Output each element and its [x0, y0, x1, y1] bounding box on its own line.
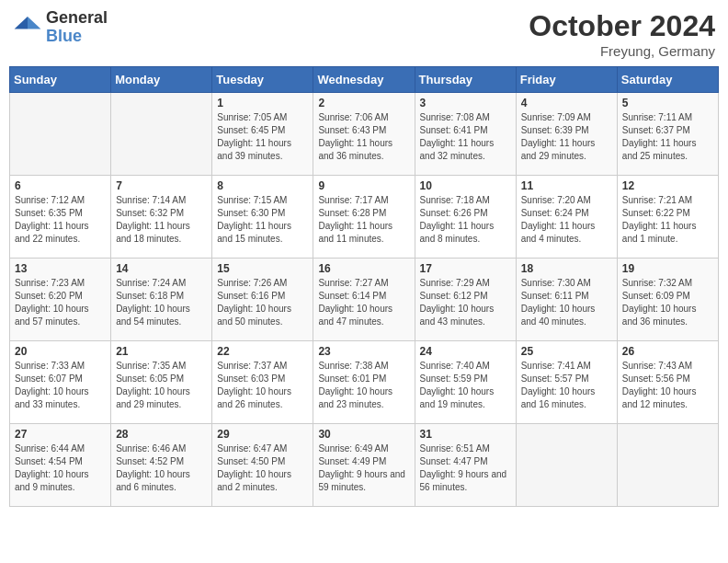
day-info: Sunrise: 7:41 AMSunset: 5:57 PMDaylight:…	[521, 360, 612, 411]
table-row: 15Sunrise: 7:26 AMSunset: 6:16 PMDayligh…	[212, 259, 313, 341]
day-number: 15	[217, 262, 308, 275]
table-row: 3Sunrise: 7:08 AMSunset: 6:41 PMDaylight…	[415, 93, 516, 176]
table-row: 25Sunrise: 7:41 AMSunset: 5:57 PMDayligh…	[516, 341, 617, 424]
table-row: 28Sunrise: 6:46 AMSunset: 4:52 PMDayligh…	[111, 424, 212, 507]
day-info: Sunrise: 7:09 AMSunset: 6:39 PMDaylight:…	[521, 111, 612, 163]
month-year-title: October 2024	[529, 9, 715, 43]
table-row: 31Sunrise: 6:51 AMSunset: 4:47 PMDayligh…	[415, 424, 516, 507]
table-row: 11Sunrise: 7:20 AMSunset: 6:24 PMDayligh…	[516, 176, 617, 259]
day-number: 18	[521, 262, 612, 275]
table-row: 19Sunrise: 7:32 AMSunset: 6:09 PMDayligh…	[617, 259, 718, 341]
day-number: 12	[622, 179, 713, 192]
day-info: Sunrise: 7:11 AMSunset: 6:37 PMDaylight:…	[622, 111, 713, 163]
day-number: 25	[521, 345, 612, 358]
day-number: 27	[15, 428, 106, 441]
day-info: Sunrise: 7:08 AMSunset: 6:41 PMDaylight:…	[420, 111, 511, 163]
table-row: 29Sunrise: 6:47 AMSunset: 4:50 PMDayligh…	[212, 424, 313, 507]
day-number: 29	[217, 428, 308, 441]
table-row: 4Sunrise: 7:09 AMSunset: 6:39 PMDaylight…	[516, 93, 617, 176]
day-number: 10	[420, 179, 511, 192]
col-thursday: Thursday	[415, 67, 516, 93]
day-info: Sunrise: 7:37 AMSunset: 6:03 PMDaylight:…	[217, 360, 308, 411]
day-number: 9	[318, 179, 409, 192]
logo: General Blue	[13, 9, 108, 46]
day-number: 1	[217, 97, 308, 109]
day-number: 24	[420, 345, 511, 358]
day-number: 5	[622, 97, 713, 109]
day-number: 13	[15, 262, 106, 275]
table-row: 2Sunrise: 7:06 AMSunset: 6:43 PMDaylight…	[313, 93, 415, 176]
table-row: 6Sunrise: 7:12 AMSunset: 6:35 PMDaylight…	[10, 176, 111, 259]
day-number: 31	[420, 428, 511, 441]
day-number: 6	[15, 179, 106, 192]
day-info: Sunrise: 7:14 AMSunset: 6:32 PMDaylight:…	[116, 194, 207, 246]
day-info: Sunrise: 7:17 AMSunset: 6:28 PMDaylight:…	[318, 194, 409, 246]
day-number: 20	[15, 345, 106, 358]
day-info: Sunrise: 6:46 AMSunset: 4:52 PMDaylight:…	[116, 442, 207, 494]
table-row: 30Sunrise: 6:49 AMSunset: 4:49 PMDayligh…	[313, 424, 415, 507]
day-info: Sunrise: 7:12 AMSunset: 6:35 PMDaylight:…	[15, 194, 106, 246]
day-info: Sunrise: 6:44 AMSunset: 4:54 PMDaylight:…	[15, 442, 106, 494]
day-info: Sunrise: 7:06 AMSunset: 6:43 PMDaylight:…	[318, 111, 409, 163]
day-number: 4	[521, 97, 612, 109]
table-row: 20Sunrise: 7:33 AMSunset: 6:07 PMDayligh…	[10, 341, 111, 424]
col-wednesday: Wednesday	[313, 67, 415, 93]
day-info: Sunrise: 7:33 AMSunset: 6:07 PMDaylight:…	[15, 360, 106, 411]
day-info: Sunrise: 7:38 AMSunset: 6:01 PMDaylight:…	[318, 360, 409, 411]
svg-marker-0	[28, 17, 40, 29]
day-info: Sunrise: 7:40 AMSunset: 5:59 PMDaylight:…	[420, 360, 511, 411]
day-info: Sunrise: 7:21 AMSunset: 6:22 PMDaylight:…	[622, 194, 713, 246]
table-row: 16Sunrise: 7:27 AMSunset: 6:14 PMDayligh…	[313, 259, 415, 341]
table-row: 9Sunrise: 7:17 AMSunset: 6:28 PMDaylight…	[313, 176, 415, 259]
svg-marker-1	[15, 17, 28, 29]
day-number: 26	[622, 345, 713, 358]
col-monday: Monday	[111, 67, 212, 93]
table-row: 21Sunrise: 7:35 AMSunset: 6:05 PMDayligh…	[111, 341, 212, 424]
day-info: Sunrise: 7:35 AMSunset: 6:05 PMDaylight:…	[116, 360, 207, 411]
calendar-week-row: 27Sunrise: 6:44 AMSunset: 4:54 PMDayligh…	[10, 424, 719, 507]
table-row: 17Sunrise: 7:29 AMSunset: 6:12 PMDayligh…	[415, 259, 516, 341]
day-info: Sunrise: 7:18 AMSunset: 6:26 PMDaylight:…	[420, 194, 511, 246]
calendar-week-row: 13Sunrise: 7:23 AMSunset: 6:20 PMDayligh…	[10, 259, 719, 341]
day-info: Sunrise: 6:49 AMSunset: 4:49 PMDaylight:…	[318, 442, 409, 494]
table-row: 1Sunrise: 7:05 AMSunset: 6:45 PMDaylight…	[212, 93, 313, 176]
table-row: 10Sunrise: 7:18 AMSunset: 6:26 PMDayligh…	[415, 176, 516, 259]
calendar-header-row: Sunday Monday Tuesday Wednesday Thursday…	[10, 67, 719, 93]
day-number: 17	[420, 262, 511, 275]
day-info: Sunrise: 6:47 AMSunset: 4:50 PMDaylight:…	[217, 442, 308, 494]
day-number: 14	[116, 262, 207, 275]
logo-icon	[13, 13, 42, 42]
day-info: Sunrise: 7:30 AMSunset: 6:11 PMDaylight:…	[521, 277, 612, 328]
table-row	[111, 93, 212, 176]
location-label: Freyung, Germany	[529, 43, 715, 59]
day-info: Sunrise: 7:20 AMSunset: 6:24 PMDaylight:…	[521, 194, 612, 246]
day-info: Sunrise: 7:05 AMSunset: 6:45 PMDaylight:…	[217, 111, 308, 163]
table-row: 24Sunrise: 7:40 AMSunset: 5:59 PMDayligh…	[415, 341, 516, 424]
table-row: 23Sunrise: 7:38 AMSunset: 6:01 PMDayligh…	[313, 341, 415, 424]
table-row: 27Sunrise: 6:44 AMSunset: 4:54 PMDayligh…	[10, 424, 111, 507]
col-friday: Friday	[516, 67, 617, 93]
day-info: Sunrise: 7:29 AMSunset: 6:12 PMDaylight:…	[420, 277, 511, 328]
col-sunday: Sunday	[10, 67, 111, 93]
day-number: 21	[116, 345, 207, 358]
day-info: Sunrise: 7:24 AMSunset: 6:18 PMDaylight:…	[116, 277, 207, 328]
day-info: Sunrise: 7:32 AMSunset: 6:09 PMDaylight:…	[622, 277, 713, 328]
day-info: Sunrise: 6:51 AMSunset: 4:47 PMDaylight:…	[420, 442, 511, 494]
day-number: 22	[217, 345, 308, 358]
table-row: 22Sunrise: 7:37 AMSunset: 6:03 PMDayligh…	[212, 341, 313, 424]
table-row: 5Sunrise: 7:11 AMSunset: 6:37 PMDaylight…	[617, 93, 718, 176]
day-info: Sunrise: 7:15 AMSunset: 6:30 PMDaylight:…	[217, 194, 308, 246]
day-info: Sunrise: 7:23 AMSunset: 6:20 PMDaylight:…	[15, 277, 106, 328]
calendar-week-row: 1Sunrise: 7:05 AMSunset: 6:45 PMDaylight…	[10, 93, 719, 176]
logo-text: General Blue	[46, 9, 108, 46]
table-row: 14Sunrise: 7:24 AMSunset: 6:18 PMDayligh…	[111, 259, 212, 341]
logo-general: General	[46, 9, 108, 28]
day-number: 19	[622, 262, 713, 275]
logo-blue: Blue	[46, 28, 108, 46]
day-number: 11	[521, 179, 612, 192]
day-number: 7	[116, 179, 207, 192]
calendar-table: Sunday Monday Tuesday Wednesday Thursday…	[9, 66, 719, 507]
calendar-week-row: 6Sunrise: 7:12 AMSunset: 6:35 PMDaylight…	[10, 176, 719, 259]
table-row	[516, 424, 617, 507]
title-block: October 2024 Freyung, Germany	[529, 9, 715, 59]
